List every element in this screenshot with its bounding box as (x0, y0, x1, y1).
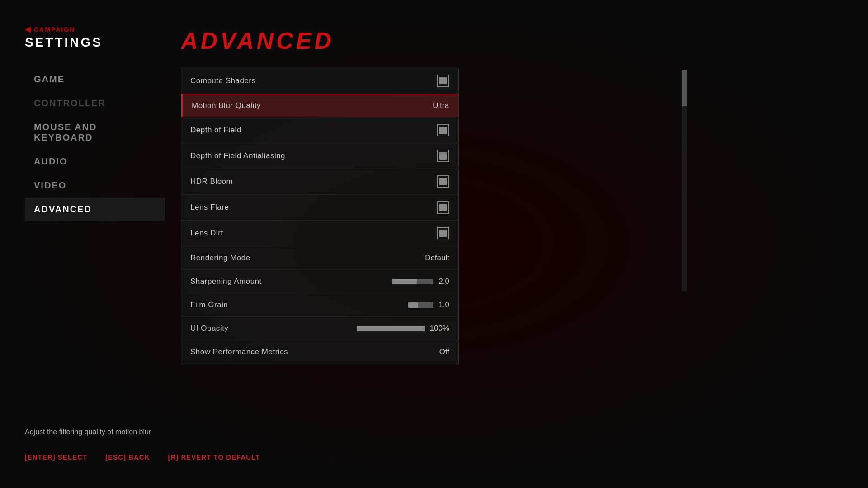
setting-row-dof-antialiasing[interactable]: Depth of Field Antialiasing (181, 143, 458, 169)
setting-row-ui-opacity[interactable]: UI Opacity 100% (181, 317, 458, 340)
rendering-mode-label: Rendering Mode (190, 253, 250, 263)
film-grain-slider-fill (408, 302, 418, 308)
sharpening-value: 2.0 (439, 277, 449, 286)
control-revert[interactable]: [R] REVERT TO DEFAULT (168, 453, 260, 461)
film-grain-value: 1.0 (439, 300, 449, 310)
lens-flare-checkbox[interactable] (437, 201, 449, 214)
sidebar-item-video[interactable]: VIDEO (25, 174, 165, 197)
performance-metrics-value: Off (439, 347, 449, 357)
setting-row-performance-metrics[interactable]: Show Performance Metrics Off (181, 340, 458, 364)
sidebar-item-advanced[interactable]: ADVANCED (25, 198, 165, 221)
ui-opacity-slider-track[interactable] (357, 326, 425, 331)
header: ◀ CAMPAIGN SETTINGS (25, 25, 103, 50)
ui-opacity-value: 100% (430, 324, 449, 333)
compute-shaders-label: Compute Shaders (190, 76, 256, 85)
sidebar-item-audio[interactable]: AUDIO (25, 150, 165, 173)
dof-antialiasing-label: Depth of Field Antialiasing (190, 151, 285, 160)
hdr-bloom-checkbox[interactable] (437, 175, 449, 188)
film-grain-control: 1.0 (408, 300, 449, 310)
setting-row-lens-dirt[interactable]: Lens Dirt (181, 221, 458, 246)
setting-row-depth-of-field[interactable]: Depth of Field (181, 117, 458, 143)
motion-blur-label: Motion Blur Quality (192, 101, 261, 110)
sidebar-item-mouse-keyboard[interactable]: MOUSE AND KEYBOARD (25, 116, 165, 149)
lens-flare-label: Lens Flare (190, 203, 229, 212)
setting-row-sharpening[interactable]: Sharpening Amount 2.0 (181, 270, 458, 293)
setting-row-hdr-bloom[interactable]: HDR Bloom (181, 169, 458, 195)
setting-row-compute-shaders[interactable]: Compute Shaders (181, 68, 458, 94)
lens-dirt-label: Lens Dirt (190, 229, 223, 238)
sharpening-label: Sharpening Amount (190, 277, 262, 286)
hdr-bloom-label: HDR Bloom (190, 177, 233, 186)
rendering-mode-value: Default (425, 253, 449, 263)
ui-opacity-control: 100% (357, 324, 449, 333)
sidebar-item-game[interactable]: GAME (25, 68, 165, 91)
breadcrumb[interactable]: ◀ CAMPAIGN (25, 25, 103, 33)
settings-panel: Compute Shaders Motion Blur Quality Ultr… (181, 68, 459, 364)
control-back[interactable]: [ESC] BACK (105, 453, 150, 461)
bottom-controls: [ENTER] SELECT [ESC] BACK [R] REVERT TO … (25, 453, 260, 461)
scrollbar-thumb[interactable] (682, 70, 687, 106)
sidebar-item-controller[interactable]: CONTROLLER (25, 92, 165, 115)
compute-shaders-checkbox[interactable] (437, 75, 449, 87)
setting-row-rendering-mode[interactable]: Rendering Mode Default (181, 246, 458, 270)
setting-row-lens-flare[interactable]: Lens Flare (181, 195, 458, 221)
breadcrumb-campaign[interactable]: CAMPAIGN (34, 26, 75, 33)
ui-opacity-slider-fill (357, 326, 425, 331)
main-content: ADVANCED Compute Shaders Motion Blur Qua… (181, 27, 832, 364)
sidebar-nav: GAME CONTROLLER MOUSE AND KEYBOARD AUDIO… (25, 68, 165, 222)
help-text: Adjust the filtering quality of motion b… (25, 428, 151, 436)
sharpening-control: 2.0 (392, 277, 449, 286)
ui-opacity-label: UI Opacity (190, 324, 228, 333)
back-arrow-icon: ◀ (25, 25, 30, 33)
dof-antialiasing-checkbox[interactable] (437, 150, 449, 162)
performance-metrics-label: Show Performance Metrics (190, 347, 288, 357)
setting-row-film-grain[interactable]: Film Grain 1.0 (181, 293, 458, 317)
control-select[interactable]: [ENTER] SELECT (25, 453, 87, 461)
setting-row-motion-blur[interactable]: Motion Blur Quality Ultra (181, 94, 458, 117)
page-title: SETTINGS (25, 35, 103, 50)
film-grain-slider-track[interactable] (408, 302, 433, 308)
sharpening-slider-fill (392, 279, 417, 284)
film-grain-label: Film Grain (190, 300, 228, 310)
lens-dirt-checkbox[interactable] (437, 227, 449, 239)
scrollbar[interactable] (682, 70, 687, 291)
motion-blur-value: Ultra (433, 101, 449, 110)
depth-of-field-checkbox[interactable] (437, 124, 449, 136)
sharpening-slider-track[interactable] (392, 279, 433, 284)
section-title: ADVANCED (181, 27, 832, 54)
depth-of-field-label: Depth of Field (190, 126, 241, 135)
